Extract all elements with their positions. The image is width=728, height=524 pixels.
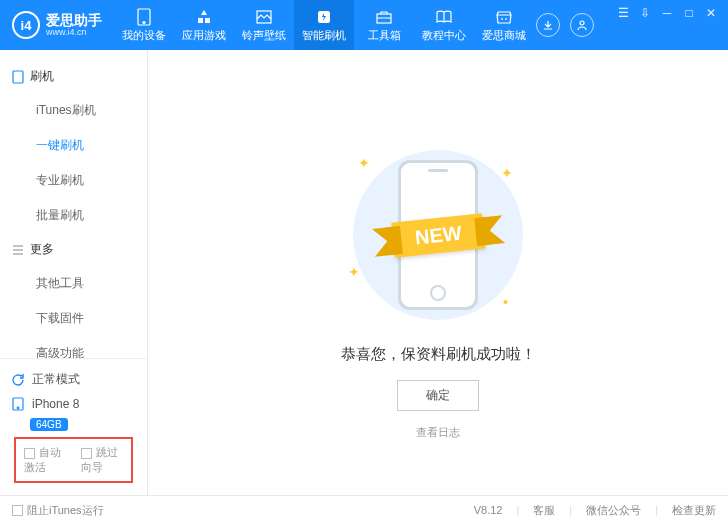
sidebar-item-oneclick-flash[interactable]: 一键刷机 xyxy=(0,128,147,163)
auto-activate-checkbox[interactable]: 自动激活 xyxy=(24,445,67,475)
nav-tutorials[interactable]: 教程中心 xyxy=(414,0,474,50)
download-button[interactable] xyxy=(536,13,560,37)
nav-my-device[interactable]: 我的设备 xyxy=(114,0,174,50)
svg-point-1 xyxy=(143,21,145,23)
flash-icon xyxy=(315,8,333,26)
success-illustration: ✦ ✦ ✦ • NEW xyxy=(328,145,548,325)
store-icon xyxy=(495,8,513,26)
block-itunes-checkbox[interactable]: 阻止iTunes运行 xyxy=(12,503,104,518)
nav-ringtones[interactable]: 铃声壁纸 xyxy=(234,0,294,50)
sidebar-device-panel: 正常模式 iPhone 8 64GB 自动激活 跳过向导 xyxy=(0,358,147,495)
ok-button[interactable]: 确定 xyxy=(397,380,479,411)
logo-text: 爱思助手 xyxy=(46,13,102,27)
sidebar-item-batch-flash[interactable]: 批量刷机 xyxy=(0,198,147,233)
app-logo: i4 爱思助手 www.i4.cn xyxy=(0,11,114,39)
main-content: ✦ ✦ ✦ • NEW 恭喜您，保资料刷机成功啦！ 确定 查看日志 xyxy=(148,50,728,495)
view-log-link[interactable]: 查看日志 xyxy=(416,425,460,440)
device-mode[interactable]: 正常模式 xyxy=(10,367,137,392)
sidebar-item-other-tools[interactable]: 其他工具 xyxy=(0,266,147,301)
main-nav: 我的设备 应用游戏 铃声壁纸 智能刷机 工具箱 教程中心 爱思商城 xyxy=(114,0,536,50)
svg-point-5 xyxy=(580,21,584,25)
sidebar: 刷机 iTunes刷机 一键刷机 专业刷机 批量刷机 更多 其他工具 下载固件 … xyxy=(0,50,148,495)
version-label: V8.12 xyxy=(474,504,503,516)
support-link[interactable]: 客服 xyxy=(533,503,555,518)
highlighted-options: 自动激活 跳过向导 xyxy=(14,437,133,483)
refresh-icon xyxy=(10,372,26,388)
menu-icon xyxy=(12,244,24,256)
logo-icon: i4 xyxy=(12,11,40,39)
sidebar-item-itunes-flash[interactable]: iTunes刷机 xyxy=(0,93,147,128)
check-update-link[interactable]: 检查更新 xyxy=(672,503,716,518)
device-name[interactable]: iPhone 8 xyxy=(10,392,137,416)
maximize-button[interactable]: □ xyxy=(682,6,696,20)
svg-rect-6 xyxy=(13,71,23,83)
sidebar-item-pro-flash[interactable]: 专业刷机 xyxy=(0,163,147,198)
title-bar: i4 爱思助手 www.i4.cn 我的设备 应用游戏 铃声壁纸 智能刷机 工具… xyxy=(0,0,728,50)
user-button[interactable] xyxy=(570,13,594,37)
nav-toolbox[interactable]: 工具箱 xyxy=(354,0,414,50)
sidebar-group-more: 更多 xyxy=(0,233,147,266)
window-controls: ☰ ⇩ ─ □ ✕ xyxy=(606,0,728,50)
device-phone-icon xyxy=(10,396,26,412)
lock-icon[interactable]: ⇩ xyxy=(638,6,652,20)
close-button[interactable]: ✕ xyxy=(704,6,718,20)
storage-badge: 64GB xyxy=(30,418,68,431)
status-bar: 阻止iTunes运行 V8.12 | 客服 | 微信公众号 | 检查更新 xyxy=(0,495,728,524)
menu-icon[interactable]: ☰ xyxy=(616,6,630,20)
logo-url: www.i4.cn xyxy=(46,27,102,37)
toolbox-icon xyxy=(375,8,393,26)
sidebar-item-download-firmware[interactable]: 下载固件 xyxy=(0,301,147,336)
phone-icon xyxy=(135,8,153,26)
sidebar-group-flash: 刷机 xyxy=(0,60,147,93)
sidebar-item-advanced[interactable]: 高级功能 xyxy=(0,336,147,358)
nav-flash[interactable]: 智能刷机 xyxy=(294,0,354,50)
svg-point-8 xyxy=(17,407,19,409)
book-icon xyxy=(435,8,453,26)
nav-apps[interactable]: 应用游戏 xyxy=(174,0,234,50)
phone-icon xyxy=(12,70,24,84)
skip-guide-checkbox[interactable]: 跳过向导 xyxy=(81,445,124,475)
wallpaper-icon xyxy=(255,8,273,26)
wechat-link[interactable]: 微信公众号 xyxy=(586,503,641,518)
nav-store[interactable]: 爱思商城 xyxy=(474,0,534,50)
success-message: 恭喜您，保资料刷机成功啦！ xyxy=(341,345,536,364)
apps-icon xyxy=(195,8,213,26)
header-actions xyxy=(536,13,606,37)
minimize-button[interactable]: ─ xyxy=(660,6,674,20)
